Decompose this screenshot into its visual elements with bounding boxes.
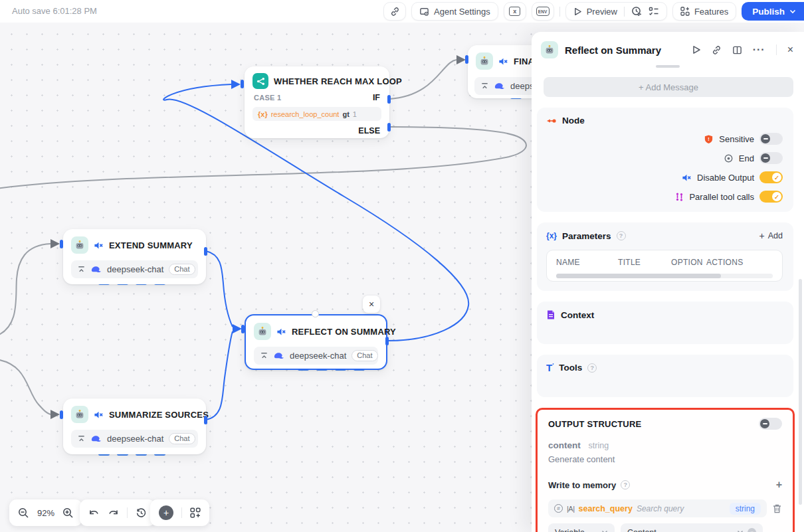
chat-mode-badge: Chat xyxy=(169,433,195,444)
panel-drag-handle[interactable] xyxy=(656,65,680,68)
sensitive-shield-icon: ! xyxy=(704,134,714,144)
help-icon[interactable]: ? xyxy=(587,363,597,373)
input-port[interactable] xyxy=(465,55,468,64)
panel-scrollbar[interactable] xyxy=(799,279,802,505)
model-name: deepseek-chat xyxy=(107,434,163,444)
node-title: EXTEND SUMMARY xyxy=(109,240,193,250)
scheduled-runs-icon[interactable] xyxy=(631,6,642,17)
insert-controls: + xyxy=(150,499,209,526)
input-port[interactable] xyxy=(241,325,245,333)
parameters-card: {x} Parameters ? +Add NAME TITLE OPTION … xyxy=(537,222,793,291)
disable-output-toggle[interactable]: ✓ xyxy=(759,171,783,183)
agent-settings-button[interactable]: Agent Settings xyxy=(411,2,498,21)
zoom-out-icon[interactable] xyxy=(18,507,29,519)
mute-icon xyxy=(94,410,104,420)
help-icon[interactable]: ? xyxy=(617,231,626,240)
memory-variable-row[interactable]: # |A| search_query Search query string xyxy=(548,499,767,517)
close-tag-button[interactable]: x xyxy=(504,2,526,21)
field-description: Generate content xyxy=(548,454,782,464)
node-section-title: Node xyxy=(562,116,585,126)
features-button[interactable]: Features xyxy=(672,2,736,21)
output-port[interactable] xyxy=(204,247,207,256)
add-memory-write-button[interactable]: + xyxy=(776,479,782,491)
condition-value: 1 xyxy=(353,110,357,118)
play-icon xyxy=(573,7,582,16)
else-output-port[interactable] xyxy=(387,123,391,132)
condition-expression[interactable]: {x} research_loop_count gt 1 xyxy=(252,107,381,121)
output-port[interactable] xyxy=(385,337,389,345)
case-label: CASE 1 xyxy=(254,94,282,102)
collapse-icon[interactable] xyxy=(260,351,268,360)
task-list-icon[interactable] xyxy=(649,7,659,16)
string-type-icon: |A| xyxy=(567,505,575,513)
environment-variables-button[interactable]: ENV xyxy=(532,2,554,21)
output-port[interactable] xyxy=(204,416,207,424)
close-panel-icon[interactable]: × xyxy=(787,44,793,56)
model-name: deepseek-chat xyxy=(107,264,163,274)
horizontal-scrollbar[interactable] xyxy=(556,274,773,278)
add-node-button[interactable]: + xyxy=(159,505,173,520)
node-extend-summary[interactable]: EXTEND SUMMARY deepseek-chat Chat xyxy=(63,229,206,284)
tools-title: Tools xyxy=(559,363,582,373)
parameters-table: NAME TITLE OPTION ACTIONS xyxy=(546,250,783,282)
node-top-handle[interactable] xyxy=(312,310,319,317)
collapse-icon[interactable] xyxy=(77,434,86,443)
variable-token-icon: {x} xyxy=(258,110,268,118)
delete-icon[interactable] xyxy=(772,503,782,514)
zoom-in-icon[interactable] xyxy=(62,507,74,519)
collapse-icon[interactable] xyxy=(480,82,489,90)
add-message-button[interactable]: + Add Message xyxy=(544,77,793,97)
redo-icon[interactable] xyxy=(108,508,119,518)
node-summarize-sources[interactable]: SUMMARIZE SOURCES deepseek-chat Chat xyxy=(63,399,206,454)
clear-selection-icon[interactable]: × xyxy=(748,528,756,532)
parallel-tool-calls-toggle[interactable]: ✓ xyxy=(759,191,783,203)
close-tag-icon: x xyxy=(509,7,520,16)
run-node-icon[interactable] xyxy=(692,45,701,54)
link-icon[interactable] xyxy=(712,45,722,55)
autosave-status: Auto save 6:01:28 PM xyxy=(12,6,97,16)
mute-icon xyxy=(682,173,692,183)
output-structure-toggle[interactable] xyxy=(759,418,782,430)
input-port[interactable] xyxy=(241,80,244,88)
write-to-memory-label: Write to memory xyxy=(548,480,616,490)
split-view-icon[interactable] xyxy=(732,45,742,55)
node-inspector-panel: Reflect on Summary ··· × + Add Message N… xyxy=(532,32,804,532)
input-port[interactable] xyxy=(60,410,63,419)
preview-button[interactable]: Preview xyxy=(573,7,617,17)
collapse-icon[interactable] xyxy=(77,265,86,274)
parameters-title: Parameters xyxy=(562,231,611,241)
robot-icon xyxy=(71,406,88,423)
content-select[interactable]: Content × xyxy=(621,523,763,532)
node-whether-reach-max-loop[interactable]: WHETHER REACH MAX LOOP CASE 1 IF {x} res… xyxy=(245,66,389,138)
svg-text:!: ! xyxy=(708,135,710,141)
more-options-icon[interactable]: ··· xyxy=(753,44,765,56)
toggle-label: Parallel tool calls xyxy=(689,192,754,202)
node-reflect-on-summary[interactable]: REFLECT ON SUMMARY deepseek-chat Chat xyxy=(245,314,387,370)
type-badge: string xyxy=(730,503,761,515)
version-history-icon[interactable] xyxy=(136,507,147,519)
help-icon[interactable]: ? xyxy=(621,480,630,489)
context-card[interactable]: Context xyxy=(537,302,793,344)
close-node-button[interactable]: × xyxy=(363,296,380,313)
condition-variable: research_loop_count xyxy=(271,110,340,118)
deepseek-logo-icon xyxy=(91,265,102,274)
toggle-label: End xyxy=(739,153,754,163)
node-title: SUMMARIZE SOURCES xyxy=(109,410,209,420)
node-title: REFLECT ON SUMMARY xyxy=(292,327,396,337)
add-parameter-button[interactable]: +Add xyxy=(759,230,783,241)
end-toggle[interactable] xyxy=(759,152,783,164)
variable-select[interactable]: Variable xyxy=(548,523,615,532)
sensitive-toggle[interactable] xyxy=(759,133,783,145)
tools-card[interactable]: T' Tools ? xyxy=(537,355,793,397)
toggle-label: Disable Output xyxy=(697,173,754,183)
input-port[interactable] xyxy=(60,240,63,248)
undo-icon[interactable] xyxy=(88,508,100,518)
layout-grid-icon[interactable] xyxy=(190,507,201,518)
copy-link-button[interactable] xyxy=(383,2,406,21)
model-name: deepseek-chat xyxy=(290,351,346,361)
publish-button[interactable]: Publish xyxy=(742,2,804,21)
mute-icon xyxy=(498,56,508,66)
if-output-port[interactable] xyxy=(387,95,391,104)
context-title: Context xyxy=(561,310,594,320)
env-icon: ENV xyxy=(536,7,550,16)
